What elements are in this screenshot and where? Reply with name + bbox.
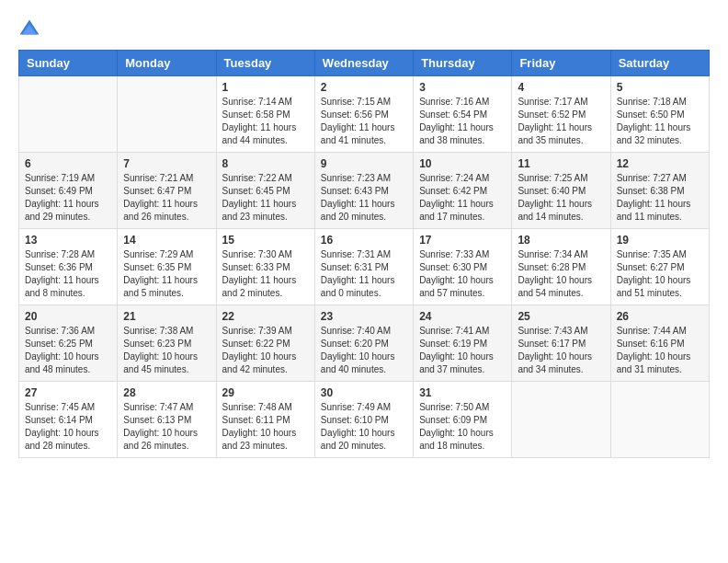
calendar-cell: 7Sunrise: 7:21 AM Sunset: 6:47 PM Daylig… xyxy=(118,153,216,229)
weekday-header: Sunday xyxy=(19,51,118,76)
calendar-cell: 10Sunrise: 7:24 AM Sunset: 6:42 PM Dayli… xyxy=(414,153,512,229)
day-number: 20 xyxy=(25,310,111,323)
day-info: Sunrise: 7:36 AM Sunset: 6:25 PM Dayligh… xyxy=(25,325,111,376)
day-number: 30 xyxy=(321,386,407,399)
calendar-cell xyxy=(19,76,118,153)
day-number: 24 xyxy=(419,310,506,323)
day-number: 19 xyxy=(617,234,703,247)
calendar-cell: 12Sunrise: 7:27 AM Sunset: 6:38 PM Dayli… xyxy=(610,153,709,229)
day-number: 3 xyxy=(419,81,506,94)
day-info: Sunrise: 7:16 AM Sunset: 6:54 PM Dayligh… xyxy=(419,96,506,147)
day-info: Sunrise: 7:31 AM Sunset: 6:31 PM Dayligh… xyxy=(321,248,407,300)
day-info: Sunrise: 7:38 AM Sunset: 6:23 PM Dayligh… xyxy=(123,325,210,376)
calendar-cell: 31Sunrise: 7:50 AM Sunset: 6:09 PM Dayli… xyxy=(414,382,512,458)
day-number: 6 xyxy=(25,157,111,170)
calendar-week-row: 20Sunrise: 7:36 AM Sunset: 6:25 PM Dayli… xyxy=(19,305,710,382)
day-info: Sunrise: 7:21 AM Sunset: 6:47 PM Dayligh… xyxy=(123,172,210,224)
day-number: 10 xyxy=(419,157,506,170)
calendar-cell: 30Sunrise: 7:49 AM Sunset: 6:10 PM Dayli… xyxy=(314,382,413,458)
day-number: 21 xyxy=(123,310,210,323)
day-info: Sunrise: 7:39 AM Sunset: 6:22 PM Dayligh… xyxy=(222,325,309,376)
calendar-cell: 5Sunrise: 7:18 AM Sunset: 6:50 PM Daylig… xyxy=(610,76,709,153)
day-info: Sunrise: 7:22 AM Sunset: 6:45 PM Dayligh… xyxy=(222,172,309,224)
day-info: Sunrise: 7:48 AM Sunset: 6:11 PM Dayligh… xyxy=(222,401,309,453)
calendar-week-row: 27Sunrise: 7:45 AM Sunset: 6:14 PM Dayli… xyxy=(19,382,710,458)
calendar-table: SundayMondayTuesdayWednesdayThursdayFrid… xyxy=(18,50,710,458)
day-number: 29 xyxy=(222,386,309,399)
calendar-cell: 29Sunrise: 7:48 AM Sunset: 6:11 PM Dayli… xyxy=(216,382,314,458)
calendar-cell: 3Sunrise: 7:16 AM Sunset: 6:54 PM Daylig… xyxy=(414,76,512,153)
day-info: Sunrise: 7:33 AM Sunset: 6:30 PM Dayligh… xyxy=(419,248,506,300)
weekday-header: Thursday xyxy=(414,51,512,76)
day-number: 16 xyxy=(321,234,407,247)
calendar-cell xyxy=(118,76,216,153)
day-info: Sunrise: 7:25 AM Sunset: 6:40 PM Dayligh… xyxy=(518,172,604,224)
day-info: Sunrise: 7:24 AM Sunset: 6:42 PM Dayligh… xyxy=(419,172,506,224)
calendar-week-row: 6Sunrise: 7:19 AM Sunset: 6:49 PM Daylig… xyxy=(19,153,710,229)
calendar-week-row: 13Sunrise: 7:28 AM Sunset: 6:36 PM Dayli… xyxy=(19,229,710,305)
day-number: 8 xyxy=(222,157,309,170)
day-number: 27 xyxy=(25,386,111,399)
weekday-header: Monday xyxy=(118,51,216,76)
calendar-cell: 13Sunrise: 7:28 AM Sunset: 6:36 PM Dayli… xyxy=(19,229,118,305)
day-info: Sunrise: 7:47 AM Sunset: 6:13 PM Dayligh… xyxy=(123,401,210,453)
day-info: Sunrise: 7:28 AM Sunset: 6:36 PM Dayligh… xyxy=(25,248,111,300)
day-info: Sunrise: 7:49 AM Sunset: 6:10 PM Dayligh… xyxy=(321,401,407,453)
day-number: 22 xyxy=(222,310,309,323)
day-number: 18 xyxy=(518,234,604,247)
day-number: 23 xyxy=(321,310,407,323)
day-info: Sunrise: 7:44 AM Sunset: 6:16 PM Dayligh… xyxy=(617,325,703,376)
calendar-cell: 20Sunrise: 7:36 AM Sunset: 6:25 PM Dayli… xyxy=(19,305,118,382)
day-info: Sunrise: 7:40 AM Sunset: 6:20 PM Dayligh… xyxy=(321,325,407,376)
day-info: Sunrise: 7:45 AM Sunset: 6:14 PM Dayligh… xyxy=(25,401,111,453)
calendar-cell: 8Sunrise: 7:22 AM Sunset: 6:45 PM Daylig… xyxy=(216,153,314,229)
day-number: 31 xyxy=(419,386,506,399)
day-info: Sunrise: 7:50 AM Sunset: 6:09 PM Dayligh… xyxy=(419,401,506,453)
calendar-cell: 21Sunrise: 7:38 AM Sunset: 6:23 PM Dayli… xyxy=(118,305,216,382)
calendar-header-row: SundayMondayTuesdayWednesdayThursdayFrid… xyxy=(19,51,710,76)
calendar-cell: 14Sunrise: 7:29 AM Sunset: 6:35 PM Dayli… xyxy=(118,229,216,305)
calendar-cell: 6Sunrise: 7:19 AM Sunset: 6:49 PM Daylig… xyxy=(19,153,118,229)
day-number: 4 xyxy=(518,81,604,94)
weekday-header: Wednesday xyxy=(314,51,413,76)
calendar-cell: 2Sunrise: 7:15 AM Sunset: 6:56 PM Daylig… xyxy=(314,76,413,153)
calendar-cell: 19Sunrise: 7:35 AM Sunset: 6:27 PM Dayli… xyxy=(610,229,709,305)
day-number: 13 xyxy=(25,234,111,247)
day-info: Sunrise: 7:34 AM Sunset: 6:28 PM Dayligh… xyxy=(518,248,604,300)
day-info: Sunrise: 7:41 AM Sunset: 6:19 PM Dayligh… xyxy=(419,325,506,376)
calendar-cell: 18Sunrise: 7:34 AM Sunset: 6:28 PM Dayli… xyxy=(512,229,610,305)
calendar-cell: 17Sunrise: 7:33 AM Sunset: 6:30 PM Dayli… xyxy=(414,229,512,305)
calendar-cell: 4Sunrise: 7:17 AM Sunset: 6:52 PM Daylig… xyxy=(512,76,610,153)
logo-icon xyxy=(18,18,40,40)
calendar-cell: 24Sunrise: 7:41 AM Sunset: 6:19 PM Dayli… xyxy=(414,305,512,382)
day-info: Sunrise: 7:35 AM Sunset: 6:27 PM Dayligh… xyxy=(617,248,703,300)
logo xyxy=(18,18,44,40)
day-info: Sunrise: 7:15 AM Sunset: 6:56 PM Dayligh… xyxy=(321,96,407,147)
calendar-cell: 27Sunrise: 7:45 AM Sunset: 6:14 PM Dayli… xyxy=(19,382,118,458)
weekday-header: Saturday xyxy=(610,51,709,76)
day-info: Sunrise: 7:17 AM Sunset: 6:52 PM Dayligh… xyxy=(518,96,604,147)
day-number: 28 xyxy=(123,386,210,399)
day-number: 9 xyxy=(321,157,407,170)
calendar-cell: 11Sunrise: 7:25 AM Sunset: 6:40 PM Dayli… xyxy=(512,153,610,229)
day-info: Sunrise: 7:23 AM Sunset: 6:43 PM Dayligh… xyxy=(321,172,407,224)
calendar-cell: 25Sunrise: 7:43 AM Sunset: 6:17 PM Dayli… xyxy=(512,305,610,382)
calendar-cell: 26Sunrise: 7:44 AM Sunset: 6:16 PM Dayli… xyxy=(610,305,709,382)
weekday-header: Friday xyxy=(512,51,610,76)
calendar-cell: 16Sunrise: 7:31 AM Sunset: 6:31 PM Dayli… xyxy=(314,229,413,305)
calendar-cell: 28Sunrise: 7:47 AM Sunset: 6:13 PM Dayli… xyxy=(118,382,216,458)
day-number: 2 xyxy=(321,81,407,94)
day-number: 7 xyxy=(123,157,210,170)
day-info: Sunrise: 7:27 AM Sunset: 6:38 PM Dayligh… xyxy=(617,172,703,224)
day-number: 12 xyxy=(617,157,703,170)
calendar-cell xyxy=(512,382,610,458)
calendar-cell: 1Sunrise: 7:14 AM Sunset: 6:58 PM Daylig… xyxy=(216,76,314,153)
calendar-cell: 9Sunrise: 7:23 AM Sunset: 6:43 PM Daylig… xyxy=(314,153,413,229)
day-number: 15 xyxy=(222,234,309,247)
calendar-cell xyxy=(610,382,709,458)
day-number: 14 xyxy=(123,234,210,247)
day-info: Sunrise: 7:29 AM Sunset: 6:35 PM Dayligh… xyxy=(123,248,210,300)
day-info: Sunrise: 7:43 AM Sunset: 6:17 PM Dayligh… xyxy=(518,325,604,376)
day-info: Sunrise: 7:18 AM Sunset: 6:50 PM Dayligh… xyxy=(617,96,703,147)
day-number: 26 xyxy=(617,310,703,323)
